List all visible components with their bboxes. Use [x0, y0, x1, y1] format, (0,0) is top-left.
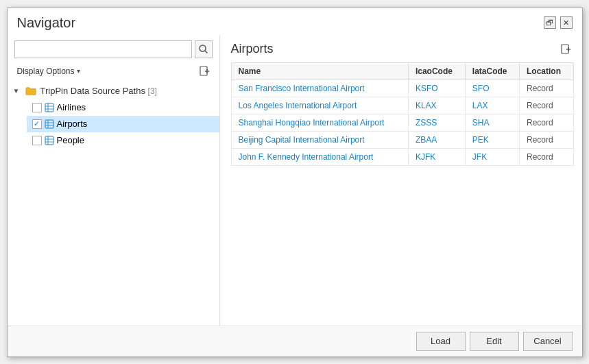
- cell-location: Record: [520, 80, 573, 97]
- tree-item-airports[interactable]: ✓ Airports: [27, 116, 219, 132]
- checkbox-people[interactable]: [32, 136, 42, 145]
- cell-iatacode: PEK: [465, 131, 519, 148]
- cell-icaocode: KJFK: [408, 148, 465, 165]
- tree-root[interactable]: ▼ TripPin Data Source Paths [3]: [8, 83, 219, 99]
- tree-item-airports-label: Airports: [57, 119, 88, 129]
- svg-rect-13: [45, 136, 53, 145]
- close-button[interactable]: ✕: [560, 16, 573, 29]
- cell-icaocode: KSFO: [408, 80, 465, 97]
- cell-name: Los Angeles International Airport: [231, 97, 408, 114]
- left-panel: Display Options ▾ ▼: [8, 35, 220, 326]
- table-row[interactable]: Los Angeles International AirportKLAXLAX…: [231, 97, 573, 114]
- checkbox-airlines[interactable]: [32, 103, 42, 112]
- cell-location: Record: [520, 114, 573, 131]
- table-row[interactable]: San Francisco International AirportKSFOS…: [231, 80, 573, 97]
- table-icon-airports: [45, 119, 54, 129]
- cell-name: Shanghai Hongqiao International Airport: [231, 114, 408, 131]
- title-bar: Navigator 🗗 ✕: [8, 8, 582, 35]
- folder-icon: [25, 86, 38, 96]
- col-name: Name: [231, 62, 408, 80]
- search-icon: [199, 45, 208, 53]
- display-options-row: Display Options ▾: [8, 62, 219, 83]
- new-source-button[interactable]: [197, 64, 213, 79]
- expand-icon: ▼: [13, 87, 23, 95]
- cell-icaocode: ZBAA: [408, 131, 465, 148]
- cell-location: Record: [520, 131, 573, 148]
- table-row[interactable]: Beijing Capital International AirportZBA…: [231, 131, 573, 148]
- load-button[interactable]: Load: [416, 332, 466, 351]
- cell-name: Beijing Capital International Airport: [231, 131, 408, 148]
- col-location: Location: [520, 62, 573, 80]
- footer: Load Edit Cancel: [8, 326, 582, 356]
- tree-item-airlines-label: Airlines: [57, 102, 86, 112]
- cell-name: San Francisco International Airport: [231, 80, 408, 97]
- cell-iatacode: LAX: [465, 97, 519, 114]
- cell-name: John F. Kennedy International Airport: [231, 148, 408, 165]
- search-input[interactable]: [14, 40, 192, 58]
- cell-location: Record: [520, 148, 573, 165]
- cell-iatacode: SFO: [465, 80, 519, 97]
- cell-iatacode: JFK: [465, 148, 519, 165]
- tree-children: Airlines ✓: [8, 99, 219, 149]
- new-source-icon: [200, 66, 211, 77]
- airports-table: Name IcaoCode IataCode Location San Fran…: [231, 62, 574, 166]
- display-options-arrow: ▾: [77, 67, 80, 75]
- table-row[interactable]: John F. Kennedy International AirportKJF…: [231, 148, 573, 165]
- checkbox-airports[interactable]: ✓: [32, 119, 42, 129]
- display-options-label: Display Options: [17, 66, 75, 76]
- edit-button[interactable]: Edit: [470, 332, 519, 351]
- cell-location: Record: [520, 97, 573, 114]
- search-button[interactable]: [195, 40, 213, 58]
- panel-title: Airports: [231, 42, 274, 56]
- svg-rect-5: [45, 104, 53, 112]
- display-options-button[interactable]: Display Options ▾: [14, 65, 83, 77]
- search-row: [8, 40, 219, 62]
- svg-line-1: [205, 51, 208, 53]
- tree-area: ▼ TripPin Data Source Paths [3]: [8, 83, 219, 326]
- col-icaocode: IcaoCode: [408, 62, 465, 80]
- cell-iatacode: SHA: [465, 114, 519, 131]
- panel-header: Airports: [231, 42, 574, 57]
- restore-button[interactable]: 🗗: [544, 16, 556, 29]
- main-content: Display Options ▾ ▼: [8, 35, 582, 326]
- cancel-button[interactable]: Cancel: [523, 332, 573, 351]
- table-icon-people: [45, 136, 54, 145]
- tree-root-label: TripPin Data Source Paths [3]: [40, 86, 157, 96]
- tree-item-people[interactable]: People: [27, 132, 219, 149]
- table-row[interactable]: Shanghai Hongqiao International AirportZ…: [231, 114, 573, 131]
- cell-icaocode: KLAX: [408, 97, 465, 114]
- panel-action-button[interactable]: [559, 42, 574, 57]
- window-controls: 🗗 ✕: [544, 16, 573, 29]
- table-header-row: Name IcaoCode IataCode Location: [231, 62, 573, 80]
- cell-icaocode: ZSSS: [408, 114, 465, 131]
- col-iatacode: IataCode: [465, 62, 519, 80]
- navigator-dialog: Navigator 🗗 ✕ Display Options: [7, 8, 583, 357]
- svg-point-0: [200, 45, 206, 51]
- tree-item-airlines[interactable]: Airlines: [27, 99, 219, 116]
- dialog-title: Navigator: [17, 15, 76, 31]
- tree-item-people-label: People: [57, 135, 84, 145]
- panel-action-icon: [561, 44, 572, 55]
- svg-rect-9: [45, 120, 53, 128]
- right-panel: Airports Name IcaoCode IataCode Locati: [220, 35, 582, 326]
- table-icon-airlines: [45, 103, 54, 112]
